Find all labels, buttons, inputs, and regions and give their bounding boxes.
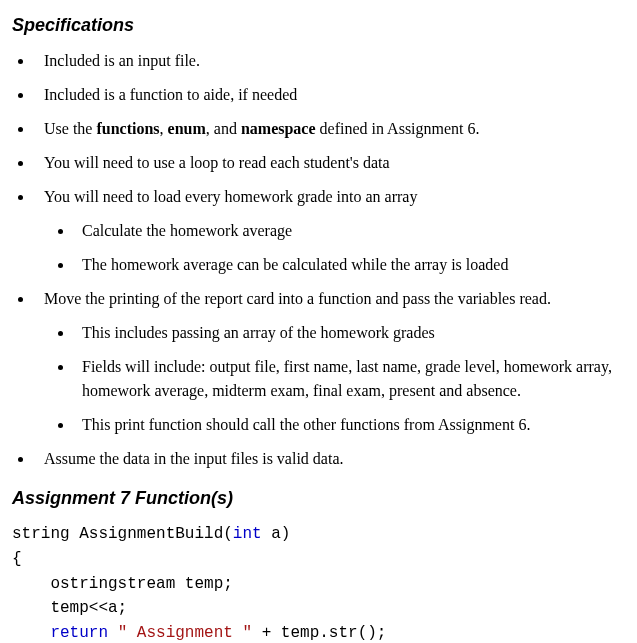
spec-sublist: This includes passing an array of the ho… <box>44 321 625 437</box>
spec-text: Included is an input file. <box>44 52 200 69</box>
code-text: temp<<a; <box>12 599 127 617</box>
spec-item: Assume the data in the input files is va… <box>34 447 625 471</box>
code-block: string AssignmentBuild(int a) { ostrings… <box>12 522 625 643</box>
spec-text: Fields will include: output file, first … <box>82 358 612 399</box>
spec-text: Use the <box>44 120 96 137</box>
code-text: { <box>12 550 22 568</box>
specifications-list: Included is an input file. Included is a… <box>12 49 625 471</box>
spec-subitem: The homework average can be calculated w… <box>74 253 625 277</box>
spec-text: Assume the data in the input files is va… <box>44 450 344 467</box>
spec-item: Use the functions, enum, and namespace d… <box>34 117 625 141</box>
code-text: + temp.str(); <box>252 624 386 642</box>
code-string: " Assignment " <box>118 624 252 642</box>
spec-item: You will need to use a loop to read each… <box>34 151 625 175</box>
spec-sublist: Calculate the homework average The homew… <box>44 219 625 277</box>
code-text: ostringstream temp; <box>12 575 233 593</box>
spec-bold: functions <box>96 120 159 137</box>
spec-text: , and <box>206 120 241 137</box>
spec-item: You will need to load every homework gra… <box>34 185 625 277</box>
spec-text: You will need to use a loop to read each… <box>44 154 390 171</box>
spec-item: Included is an input file. <box>34 49 625 73</box>
spec-subitem: This includes passing an array of the ho… <box>74 321 625 345</box>
spec-item: Included is a function to aide, if neede… <box>34 83 625 107</box>
code-text <box>12 624 50 642</box>
spec-text: The homework average can be calculated w… <box>82 256 508 273</box>
spec-text: Included is a function to aide, if neede… <box>44 86 297 103</box>
spec-text: This includes passing an array of the ho… <box>82 324 435 341</box>
spec-text: , <box>160 120 168 137</box>
spec-text: defined in Assignment 6. <box>316 120 480 137</box>
spec-bold: namespace <box>241 120 316 137</box>
code-keyword: return <box>50 624 108 642</box>
code-text <box>108 624 118 642</box>
spec-subitem: Fields will include: output file, first … <box>74 355 625 403</box>
spec-text: This print function should call the othe… <box>82 416 530 433</box>
spec-bold: enum <box>168 120 206 137</box>
spec-text: You will need to load every homework gra… <box>44 188 417 205</box>
code-keyword: int <box>233 525 262 543</box>
spec-item: Move the printing of the report card int… <box>34 287 625 437</box>
spec-text: Calculate the homework average <box>82 222 292 239</box>
specifications-heading: Specifications <box>12 12 625 39</box>
functions-heading: Assignment 7 Function(s) <box>12 485 625 512</box>
spec-subitem: This print function should call the othe… <box>74 413 625 437</box>
code-text: string AssignmentBuild( <box>12 525 233 543</box>
spec-text: Move the printing of the report card int… <box>44 290 551 307</box>
code-text: a) <box>262 525 291 543</box>
spec-subitem: Calculate the homework average <box>74 219 625 243</box>
